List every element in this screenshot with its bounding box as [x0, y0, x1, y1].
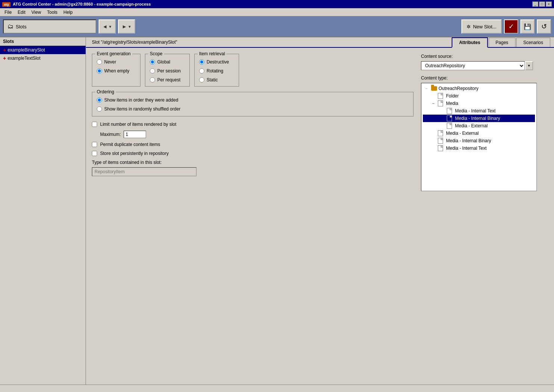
radio-destructive[interactable]: Destructive: [199, 59, 234, 65]
maximum-input[interactable]: [124, 131, 146, 138]
radio-never[interactable]: Never: [97, 59, 136, 65]
window-controls[interactable]: _ □ ×: [532, 1, 552, 7]
tree-node-media-external-2[interactable]: Media - External: [423, 130, 535, 137]
radio-when-empty[interactable]: When empty: [97, 68, 136, 74]
maximize-button[interactable]: □: [539, 1, 545, 7]
tree-node-media-internal-text-2[interactable]: Media - Internal Text: [423, 144, 535, 152]
tree-node-media-internal-binary-1[interactable]: Media - Internal Binary: [423, 115, 535, 122]
radio-rotating-input[interactable]: [199, 68, 204, 74]
tree-label-media: Media: [446, 101, 458, 106]
radio-global[interactable]: Global: [150, 59, 185, 65]
radio-order-added[interactable]: Show items in order they were added: [97, 97, 409, 103]
refresh-icon: ↺: [541, 22, 547, 31]
event-generation-group: Event generation Never When empty: [92, 54, 140, 87]
event-generation-legend: Event generation: [95, 51, 132, 56]
radio-when-empty-input[interactable]: [97, 68, 102, 74]
tab-pages[interactable]: Pages: [489, 38, 516, 47]
expand-icon-me1: [439, 123, 445, 129]
refresh-button[interactable]: ↺: [537, 19, 551, 34]
tree-node-media-internal-binary-2[interactable]: Media - Internal Binary: [423, 137, 535, 144]
toolbar: 🗂 Slots ◄ ▼ ► ▼ ✲ New Slot... ✓ 💾 ↺: [0, 16, 554, 37]
radio-static-input[interactable]: [199, 77, 204, 83]
tree-node-media-internal-text-1[interactable]: Media - Internal Text: [423, 107, 535, 115]
limit-checkbox-row: Limit number of items rendered by slot: [92, 122, 414, 127]
radio-random-input[interactable]: [97, 106, 102, 112]
apply-button[interactable]: ✓: [504, 19, 518, 34]
tree-label-mib1: Media - Internal Binary: [455, 116, 500, 121]
expand-icon-outreach[interactable]: −: [424, 85, 430, 91]
radio-global-input[interactable]: [150, 59, 155, 65]
store-persistent-row: Store slot persistently in repository: [92, 151, 414, 156]
back-button[interactable]: ◄ ▼: [99, 19, 116, 34]
store-persistent-checkbox[interactable]: [92, 151, 97, 156]
menu-edit[interactable]: Edit: [15, 9, 28, 16]
tab-scenarios[interactable]: Scenarios: [516, 38, 550, 47]
groups-row: Event generation Never When empty: [92, 54, 414, 87]
save-button[interactable]: 💾: [520, 19, 535, 34]
limit-checkbox[interactable]: [92, 122, 97, 127]
page-icon-media: [438, 100, 443, 106]
radio-destructive-input[interactable]: [199, 59, 204, 65]
radio-never-input[interactable]: [97, 59, 102, 65]
forward-button[interactable]: ► ▼: [118, 19, 135, 34]
close-button[interactable]: ×: [546, 1, 552, 7]
tree-label-mib2: Media - Internal Binary: [446, 138, 491, 143]
page-icon-mit1: [447, 108, 452, 114]
right-panel: Content source: OutreachRepository ▼ Con…: [421, 54, 548, 379]
page-icon-mit2: [438, 145, 443, 151]
form-area: Event generation Never When empty: [86, 48, 554, 385]
radio-per-session-input[interactable]: [150, 68, 155, 74]
tree-label-mit1: Media - Internal Text: [455, 108, 496, 113]
page-icon-me1: [447, 123, 452, 129]
left-panel: Event generation Never When empty: [92, 54, 414, 379]
radio-per-request-input[interactable]: [150, 77, 155, 83]
page-icon-mib1: [447, 115, 452, 121]
sidebar: Slots + exampleBinarySlot + exampleTextS…: [0, 37, 86, 385]
radio-static[interactable]: Static: [199, 77, 234, 83]
new-slot-icon: ✲: [467, 24, 471, 29]
minimize-button[interactable]: _: [532, 1, 538, 7]
content-source-select[interactable]: OutreachRepository: [421, 61, 525, 70]
content-source-dropdown-btn[interactable]: ▼: [525, 61, 533, 70]
permit-duplicate-checkbox[interactable]: [92, 142, 97, 147]
radio-per-request[interactable]: Per request: [150, 77, 185, 83]
radio-order-added-input[interactable]: [97, 97, 102, 103]
scope-group: Scope Global Per session: [145, 54, 190, 87]
tree-label-me2: Media - External: [446, 131, 479, 136]
back-arrow-icon: ◄: [102, 24, 108, 29]
ordering-group: Ordering Show items in order they were a…: [92, 92, 414, 116]
menu-help[interactable]: Help: [61, 9, 76, 16]
tree-view: − OutreachRepository Folder − Me: [421, 83, 537, 191]
ordering-legend: Ordering: [95, 89, 116, 94]
slots-button[interactable]: 🗂 Slots: [3, 19, 96, 34]
sidebar-item-exampletextslot[interactable]: + exampleTextSlot: [0, 54, 86, 62]
back-dropdown-icon: ▼: [108, 25, 112, 29]
tab-attributes[interactable]: Attributes: [452, 37, 488, 48]
type-input[interactable]: [92, 167, 196, 176]
radio-random[interactable]: Show items in randomly shuffled order: [97, 106, 409, 112]
limit-checkbox-label: Limit number of items rendered by slot: [100, 122, 176, 127]
slot-icon-binary: +: [3, 47, 6, 53]
save-icon: 💾: [524, 23, 531, 30]
new-slot-button[interactable]: ✲ New Slot...: [461, 19, 502, 34]
type-section: Type of items contained in this slot:: [92, 160, 414, 176]
menu-tools[interactable]: Tools: [44, 9, 61, 16]
menu-file[interactable]: File: [1, 9, 15, 16]
radio-rotating[interactable]: Rotating: [199, 68, 234, 74]
expand-icon-mit1: [439, 108, 445, 114]
permit-duplicate-label: Permit duplicate content items: [100, 142, 160, 147]
expand-icon-media[interactable]: −: [430, 100, 436, 106]
scope-legend: Scope: [148, 51, 164, 56]
tree-node-folder[interactable]: Folder: [423, 92, 535, 100]
tree-node-outreachrepository[interactable]: − OutreachRepository: [423, 85, 535, 92]
sidebar-item-examplebinaryslot[interactable]: + exampleBinarySlot: [0, 46, 86, 54]
permit-duplicate-row: Permit duplicate content items: [92, 142, 414, 147]
tree-node-media-external-1[interactable]: Media - External: [423, 122, 535, 130]
slot-path: Slot "/atg/registry/Slots/exampleBinaryS…: [89, 37, 452, 47]
radio-per-session[interactable]: Per session: [150, 68, 185, 74]
expand-icon-me2: [430, 130, 436, 136]
main-area: Slots + exampleBinarySlot + exampleTextS…: [0, 37, 554, 385]
tree-node-media[interactable]: − Media: [423, 100, 535, 107]
tree-label-mit2: Media - Internal Text: [446, 146, 487, 151]
menu-view[interactable]: View: [28, 9, 44, 16]
